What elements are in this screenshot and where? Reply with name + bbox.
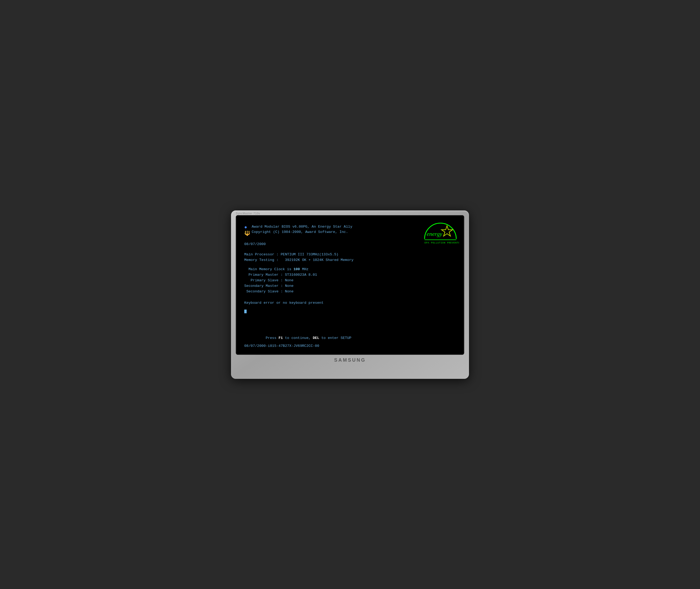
- energy-star-svg: energy EPA POLLUTION PREVENTER: [422, 220, 459, 246]
- secondary-slave-line: Secondary Slave : None: [244, 289, 456, 294]
- f1-key: F1: [279, 336, 283, 340]
- secondary-master-value: None: [285, 284, 293, 288]
- samsung-brand-label: SAMSUNG: [334, 357, 366, 363]
- memory-clock-value: 100: [293, 267, 300, 271]
- secondary-slave-value: None: [285, 289, 293, 293]
- bios-id-line: 08/07/2000-i815-47B27X-JV69RC2CC-00: [244, 344, 351, 348]
- memory-clock-suffix: MHz: [300, 267, 308, 271]
- cursor-line: [244, 309, 456, 315]
- memory-testing-label: Memory Testing: [244, 258, 274, 262]
- svg-text:EPA POLLUTION PREVENTER: EPA POLLUTION PREVENTER: [425, 242, 459, 244]
- bios-line-2: Copyright (C) 1984-2000, Award Software,…: [252, 229, 353, 235]
- bios-line-1: Award Modular BIOS v6.00PG, An Energy St…: [252, 224, 353, 230]
- main-processor-value: PENTIUM III 733MHz(133x5.5): [281, 252, 338, 256]
- main-processor-line: Main Processor : PENTIUM III 733MHz(133x…: [244, 252, 456, 257]
- secondary-master-line: Secondary Master : None: [244, 283, 456, 289]
- press-f1-middle: to continue,: [283, 336, 313, 340]
- primary-master-value: ST3160023A 8.01: [285, 273, 317, 277]
- monitor-model-label: SyncMaster 710v: [236, 212, 260, 215]
- bios-cursor: [244, 310, 247, 313]
- main-processor-label: Main Processor: [244, 252, 274, 256]
- monitor: SyncMaster 710v energy EPA POLLUTION PRE…: [231, 210, 469, 379]
- primary-slave-label: Primary Slave: [251, 278, 278, 282]
- secondary-slave-label: Secondary Slave: [246, 289, 279, 293]
- screen: energy EPA POLLUTION PREVENTER ●🔱 Award …: [237, 216, 463, 354]
- memory-clock-prefix: Main Memory Clock is: [248, 267, 293, 271]
- energy-star-logo: energy EPA POLLUTION PREVENTER: [422, 220, 459, 247]
- del-key: DEL: [313, 336, 319, 340]
- memory-clock-line: Main Memory Clock is 100 MHz: [244, 267, 456, 272]
- monitor-bottom: SAMSUNG: [236, 355, 464, 363]
- press-del-suffix: to enter SETUP: [319, 336, 352, 340]
- primary-master-label: Primary Master: [248, 273, 278, 277]
- monitor-bezel: energy EPA POLLUTION PREVENTER ●🔱 Award …: [236, 215, 464, 355]
- press-f1-line: Press F1 to continue, DEL to enter SETUP: [244, 332, 351, 344]
- primary-master-line: Primary Master : ST3160023A 8.01: [244, 272, 456, 278]
- primary-slave-value: None: [285, 278, 293, 282]
- press-f1-prefix: Press: [266, 336, 279, 340]
- secondary-master-label: Secondary Master: [244, 284, 279, 288]
- bottom-bar: Press F1 to continue, DEL to enter SETUP…: [244, 332, 351, 348]
- memory-testing-value: 392192K OK + 1024K Shared Memory: [285, 258, 354, 262]
- keyboard-error-line: Keyboard error or no keyboard present: [244, 300, 456, 306]
- memory-testing-line: Memory Testing : 392192K OK + 1024K Shar…: [244, 257, 456, 263]
- svg-text:energy: energy: [427, 230, 442, 237]
- primary-slave-line: Primary Slave : None: [244, 278, 456, 283]
